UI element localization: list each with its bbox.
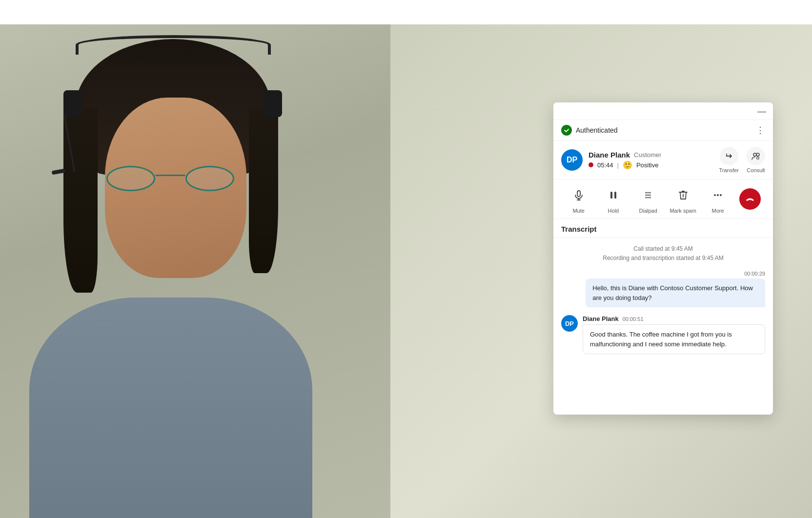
caller-info: Diane Plank Customer 05:44 | 🙂 Positive [589, 151, 713, 170]
hold-button[interactable]: Hold [600, 184, 627, 214]
customer-sender-name: Diane Plank [583, 315, 619, 322]
caller-name-row: Diane Plank Customer [589, 151, 713, 159]
auth-bar: Authenticated ⋮ [553, 120, 773, 141]
svg-point-21 [720, 194, 722, 196]
svg-rect-4 [577, 191, 580, 197]
svg-point-15 [646, 197, 647, 199]
minimize-button[interactable]: — [757, 107, 766, 116]
agent-message-bubble: Hello, this is Diane with Contoso Custom… [586, 279, 765, 307]
auth-status-area: Authenticated [561, 125, 618, 136]
customer-sender-row: Diane Plank 00:00:51 [583, 315, 765, 322]
consult-icon [747, 147, 765, 165]
caller-status-row: 05:44 | 🙂 Positive [589, 160, 713, 170]
dialpad-label: Dialpad [639, 208, 657, 214]
svg-point-1 [753, 153, 756, 156]
agent-message-time: 00:00:29 [586, 271, 765, 277]
auth-check-icon [561, 125, 572, 136]
sentiment-icon: 🙂 [623, 160, 632, 170]
svg-point-10 [648, 192, 649, 194]
more-label: More [712, 208, 724, 214]
caller-role: Customer [634, 151, 661, 159]
recording-indicator [589, 162, 593, 167]
svg-rect-7 [610, 192, 612, 199]
markspam-button[interactable]: Mark spam [670, 184, 696, 214]
transfer-label: Transfer [719, 167, 739, 173]
svg-point-2 [756, 153, 759, 156]
mute-button[interactable]: Mute [566, 184, 592, 214]
caller-name: Diane Plank [589, 151, 630, 159]
end-call-button[interactable] [739, 188, 761, 210]
mute-label: Mute [572, 208, 584, 214]
customer-sender-time: 00:00:51 [623, 316, 644, 322]
markspam-label: Mark spam [670, 208, 696, 214]
markspam-icon [672, 184, 694, 206]
person-photo [0, 0, 390, 518]
controls-section: Mute Hold [553, 179, 773, 219]
svg-point-14 [650, 195, 651, 196]
auth-status-text: Authenticated [576, 126, 618, 134]
svg-point-0 [563, 127, 570, 134]
call-started-text: Call started at 9:45 AM [561, 244, 765, 254]
more-button[interactable]: More [705, 184, 731, 214]
agent-message: 00:00:29 Hello, this is Diane with Conto… [586, 271, 765, 307]
transcript-header: Transcript [553, 219, 773, 238]
call-started-info: Call started at 9:45 AM Recording and tr… [561, 244, 765, 263]
call-timer: 05:44 [597, 161, 613, 169]
mute-icon [568, 184, 589, 206]
customer-message-bubble: Good thanks. The coffee machine I got fr… [583, 324, 765, 354]
top-bar [0, 0, 812, 24]
transcript-body: Call started at 9:45 AM Recording and tr… [553, 238, 773, 415]
transfer-button[interactable]: Transfer [719, 147, 739, 173]
svg-point-13 [648, 195, 649, 196]
svg-rect-8 [614, 192, 616, 199]
transfer-icon [720, 147, 738, 165]
auth-more-button[interactable]: ⋮ [756, 125, 765, 136]
svg-point-9 [646, 192, 647, 194]
svg-point-17 [650, 197, 651, 199]
sentiment-text: Positive [636, 161, 659, 169]
svg-point-12 [646, 195, 647, 196]
dialpad-icon [637, 184, 659, 206]
recording-started-text: Recording and transcription started at 9… [561, 254, 765, 263]
hold-label: Hold [608, 208, 619, 214]
consult-button[interactable]: Consult [747, 147, 765, 173]
dialpad-button[interactable]: Dialpad [635, 184, 661, 214]
customer-message: DP Diane Plank 00:00:51 Good thanks. The… [561, 315, 765, 354]
svg-point-11 [650, 192, 651, 194]
customer-avatar-sm: DP [561, 315, 578, 332]
svg-point-16 [648, 197, 649, 199]
separator: | [617, 161, 619, 169]
customer-message-content: Diane Plank 00:00:51 Good thanks. The co… [583, 315, 765, 354]
panel-top-bar: — [553, 102, 773, 120]
svg-point-20 [717, 194, 719, 196]
caller-section: DP Diane Plank Customer 05:44 | 🙂 Positi… [553, 141, 773, 179]
hold-icon [603, 184, 624, 206]
more-icon [707, 184, 729, 206]
caller-avatar: DP [561, 149, 583, 171]
consult-label: Consult [747, 167, 765, 173]
caller-actions: Transfer Consult [719, 147, 765, 173]
svg-point-19 [714, 194, 716, 196]
chat-panel: — Authenticated ⋮ DP Diane Plank Custome… [553, 102, 773, 415]
